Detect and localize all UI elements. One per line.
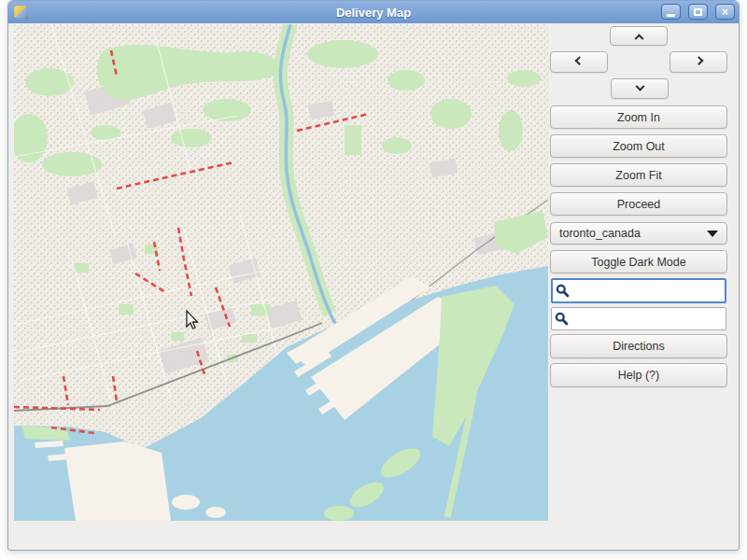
chevron-down-icon (707, 231, 718, 237)
search-icon (556, 284, 570, 298)
search-input-primary[interactable] (572, 280, 726, 301)
minimize-icon (667, 14, 675, 17)
maximize-button[interactable] (688, 4, 708, 20)
search-field-primary[interactable] (551, 278, 726, 303)
pan-right-button[interactable] (669, 51, 727, 73)
proceed-button[interactable]: Proceed (550, 192, 727, 216)
close-button[interactable]: × (715, 4, 735, 20)
search-input-secondary[interactable] (571, 308, 726, 329)
chevron-down-icon (635, 81, 644, 91)
pan-left-button[interactable] (550, 51, 608, 73)
titlebar[interactable]: Delivery Map × (8, 1, 739, 23)
search-field-secondary[interactable] (551, 307, 726, 330)
chevron-right-icon (694, 56, 703, 65)
zoom-in-button[interactable]: Zoom In (550, 105, 727, 129)
minimize-button[interactable] (661, 4, 681, 20)
search-icon (555, 312, 569, 326)
maximize-icon (694, 8, 702, 16)
city-dropdown-value: toronto_canada (559, 227, 641, 240)
zoom-out-button[interactable]: Zoom Out (550, 134, 727, 158)
map-view[interactable] (14, 24, 548, 521)
chevron-up-icon (634, 34, 643, 43)
close-icon: × (722, 7, 728, 18)
city-dropdown[interactable]: toronto_canada (550, 222, 727, 245)
chevron-left-icon (574, 56, 584, 65)
app-window: Delivery Map × (7, 0, 740, 551)
toggle-dark-mode-button[interactable]: Toggle Dark Mode (550, 250, 727, 273)
pan-down-button[interactable] (611, 78, 669, 99)
help-button[interactable]: Help (?) (550, 363, 727, 387)
zoom-fit-button[interactable]: Zoom Fit (550, 163, 727, 187)
directions-button[interactable]: Directions (550, 334, 727, 358)
pan-up-button[interactable] (610, 26, 668, 46)
window-title: Delivery Map (8, 6, 739, 20)
map-canvas (14, 24, 548, 521)
